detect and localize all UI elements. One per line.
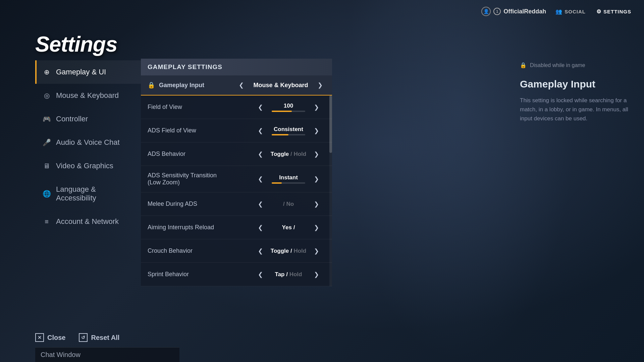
aiming-reload-next-button[interactable]: ❯ — [311, 223, 322, 233]
sidebar-item-label-account: Account & Network — [56, 217, 119, 226]
ads-behavior-next-button[interactable]: ❯ — [311, 149, 322, 159]
user-avatar-icon: 👤 — [481, 7, 491, 16]
reset-label: Reset All — [91, 334, 119, 342]
setting-control-ads-behavior: ❮ Toggle / Hold ❯ — [252, 149, 325, 159]
info-panel-title: Gameplay Input — [520, 78, 634, 90]
audio-icon: 🎤 — [43, 138, 51, 146]
melee-ads-value: / No — [268, 201, 309, 207]
fov-next-button[interactable]: ❯ — [311, 102, 322, 112]
gameplay-input-value: Mouse & Keyboard — [251, 82, 311, 89]
username: OfficialReddah — [503, 8, 546, 15]
sidebar-item-mouse-keyboard[interactable]: ◎ Mouse & Keyboard — [35, 84, 143, 107]
setting-control-fov: ❮ 100 ❯ — [252, 102, 325, 112]
gameplay-input-prev-button[interactable]: ❮ — [236, 80, 247, 90]
crouch-primary: Toggle / — [271, 248, 292, 254]
info-panel: 🔒 Disabled while in game Gameplay Input … — [520, 59, 634, 123]
ads-behavior-value: Toggle / Hold — [268, 151, 309, 158]
gameplay-input-bar: 🔒 Gameplay Input ❮ Mouse & Keyboard ❯ — [141, 75, 332, 96]
sidebar-item-gameplay-ui[interactable]: ⊕ Gameplay & UI — [35, 60, 143, 84]
sidebar-item-label-gameplay-ui: Gameplay & UI — [56, 68, 106, 76]
settings-nav-button[interactable]: ⚙ SETTINGS — [594, 7, 634, 16]
ads-fov-prev-button[interactable]: ❮ — [255, 126, 266, 136]
settings-icon: ⚙ — [596, 8, 601, 15]
setting-name-melee-ads: Melee During ADS — [148, 200, 252, 207]
setting-name-ads-sensitivity: ADS Sensitivity Transition(Low Zoom) — [148, 172, 252, 186]
setting-name-ads-fov: ADS Field of View — [148, 127, 252, 134]
info-locked-message: 🔒 Disabled while in game — [520, 59, 634, 72]
melee-ads-prev-button[interactable]: ❮ — [255, 199, 266, 209]
ads-behavior-dimmed: / Hold — [290, 151, 306, 157]
social-label: SOCIAL — [565, 9, 586, 14]
social-icon: 👥 — [555, 8, 562, 15]
aiming-reload-prev-button[interactable]: ❮ — [255, 223, 266, 233]
setting-row-ads-fov: ADS Field of View ❮ Consistent ❯ — [141, 119, 332, 142]
setting-name-fov: Field of View — [148, 104, 252, 111]
setting-name-aiming-reload: Aiming Interrupts Reload — [148, 224, 252, 231]
top-nav: 👥 SOCIAL ⚙ SETTINGS — [553, 7, 634, 16]
top-right-area: 👤 1 OfficialReddah 👥 SOCIAL ⚙ SETTINGS — [481, 7, 634, 16]
close-button[interactable]: ✕ Close — [35, 333, 65, 342]
melee-ads-next-button[interactable]: ❯ — [311, 199, 322, 209]
sidebar-item-label-audio: Audio & Voice Chat — [56, 138, 120, 147]
ads-fov-value: Consistent — [268, 126, 309, 133]
reset-all-button[interactable]: ↺ Reset All — [79, 333, 119, 342]
sprint-next-button[interactable]: ❯ — [311, 269, 322, 280]
gameplay-input-label: Gameplay Input — [159, 82, 232, 89]
ads-behavior-prev-button[interactable]: ❮ — [255, 149, 266, 159]
ads-sens-value: Instant — [268, 174, 309, 181]
setting-control-sprint: ❮ Tap / Hold ❯ — [252, 269, 325, 280]
setting-row-ads-behavior: ADS Behavior ❮ Toggle / Hold ❯ — [141, 142, 332, 166]
melee-ads-dimmed: / No — [283, 201, 294, 207]
scrollbar[interactable] — [329, 96, 332, 286]
panel-header: Gameplay Settings — [141, 59, 332, 75]
fov-value: 100 — [268, 103, 309, 109]
social-nav-button[interactable]: 👥 SOCIAL — [553, 7, 588, 16]
close-label: Close — [47, 334, 65, 342]
sidebar-item-controller[interactable]: 🎮 Controller — [35, 107, 143, 131]
setting-name-ads-behavior: ADS Behavior — [148, 150, 252, 158]
aiming-reload-primary: Yes / — [282, 224, 295, 231]
crouch-value: Toggle / Hold — [268, 248, 309, 254]
ads-fov-slider-track[interactable] — [272, 134, 305, 135]
sidebar-item-audio-voice[interactable]: 🎤 Audio & Voice Chat — [35, 131, 143, 154]
sprint-value: Tap / Hold — [268, 271, 309, 278]
fov-prev-button[interactable]: ❮ — [255, 102, 266, 112]
sidebar-item-video-graphics[interactable]: 🖥 Video & Graphics — [35, 154, 143, 178]
setting-row-aiming-reload: Aiming Interrupts Reload ❮ Yes / ❯ — [141, 216, 332, 239]
crouch-prev-button[interactable]: ❮ — [255, 246, 266, 256]
sidebar-item-label-controller: Controller — [56, 115, 88, 123]
sidebar-item-label-mouse-keyboard: Mouse & Keyboard — [56, 91, 119, 100]
ads-sens-slider-track[interactable] — [272, 182, 305, 184]
ads-sens-prev-button[interactable]: ❮ — [255, 174, 266, 184]
main-panel: Gameplay Settings 🔒 Gameplay Input ❮ Mou… — [141, 59, 332, 286]
fov-slider-fill — [272, 111, 292, 112]
gameplay-input-next-button[interactable]: ❯ — [315, 80, 325, 90]
setting-row-crouch: Crouch Behavior ❮ Toggle / Hold ❯ — [141, 239, 332, 263]
page-title: Settings — [35, 32, 117, 57]
controller-icon: 🎮 — [43, 115, 51, 123]
setting-row-fov: Field of View ❮ 100 ❯ — [141, 96, 332, 119]
background-figure — [342, 0, 577, 362]
mouse-keyboard-icon: ◎ — [43, 92, 51, 100]
ads-sens-next-button[interactable]: ❯ — [311, 174, 322, 184]
bottom-actions: ✕ Close ↺ Reset All — [35, 333, 119, 342]
sidebar-item-language[interactable]: 🌐 Language & Accessibility — [35, 178, 143, 210]
sidebar-item-account[interactable]: ≡ Account & Network — [35, 210, 143, 233]
settings-label: SETTINGS — [603, 9, 631, 14]
chat-window-bar[interactable]: Chat Window — [35, 347, 179, 362]
account-icon: ≡ — [43, 218, 51, 226]
sprint-prev-button[interactable]: ❮ — [255, 269, 266, 280]
crouch-next-button[interactable]: ❯ — [311, 246, 322, 256]
fov-slider-track[interactable] — [272, 111, 305, 112]
video-icon: 🖥 — [43, 162, 51, 170]
gameplay-ui-icon: ⊕ — [43, 68, 51, 76]
settings-list: Field of View ❮ 100 ❯ ADS Field of View … — [141, 96, 332, 286]
lock-small-icon: 🔒 — [520, 62, 527, 68]
crouch-dimmed: Hold — [293, 248, 306, 254]
sidebar-item-label-video: Video & Graphics — [56, 162, 113, 170]
ads-behavior-primary: Toggle — [271, 151, 289, 157]
scrollbar-thumb — [329, 96, 332, 153]
ads-fov-next-button[interactable]: ❯ — [311, 126, 322, 136]
setting-row-melee-ads: Melee During ADS ❮ / No ❯ — [141, 192, 332, 216]
setting-row-sprint: Sprint Behavior ❮ Tap / Hold ❯ — [141, 263, 332, 286]
